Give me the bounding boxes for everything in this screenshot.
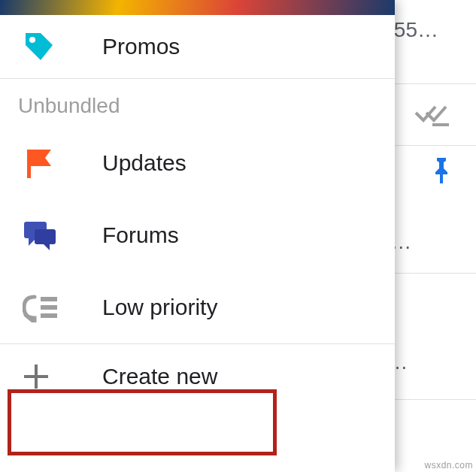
sidebar-item-updates[interactable]: Updates [0,127,395,199]
plus-icon [18,363,102,390]
sweep-icon [414,102,450,133]
low-priority-icon [18,292,102,322]
svg-rect-4 [35,229,56,244]
svg-rect-5 [41,297,57,301]
svg-rect-7 [41,313,57,318]
svg-point-1 [29,37,35,43]
sidebar-item-label: Updates [102,150,186,176]
sidebar-item-label: Low priority [102,295,217,320]
svg-rect-9 [24,375,48,378]
watermark: wsxdn.com [424,460,473,470]
svg-rect-6 [41,305,57,310]
forums-chat-icon [18,219,102,252]
promos-tag-icon [18,30,102,63]
sidebar-item-low-priority[interactable]: Low priority [0,271,395,343]
nav-drawer: Promos Unbundled Updates Forums [0,0,395,472]
svg-rect-2 [27,150,31,178]
sidebar-item-label: Promos [102,34,180,59]
sidebar-item-forums[interactable]: Forums [0,199,395,271]
section-header-unbundled: Unbundled [0,78,395,127]
updates-flag-icon [18,147,102,180]
create-new-label: Create new [102,364,217,389]
pin-icon [431,158,452,189]
create-new-button[interactable]: Create new [0,344,395,409]
sidebar-item-label: Forums [102,222,179,248]
drawer-header-image [0,0,395,15]
sidebar-item-promos[interactable]: Promos [0,15,395,78]
